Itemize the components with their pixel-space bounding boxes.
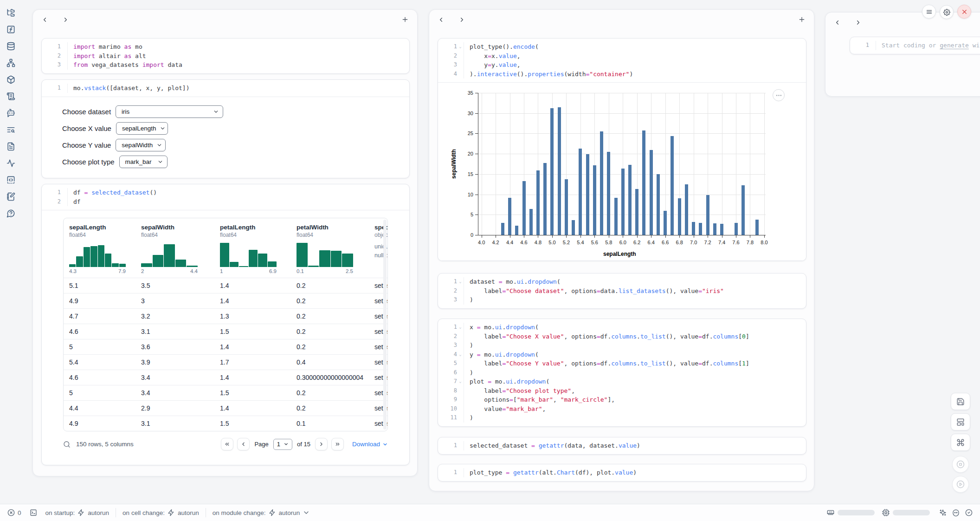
table-row[interactable]: 4.42.91.40.2setos xyxy=(64,400,387,416)
chevron-down-icon xyxy=(284,442,289,447)
column-header-sepalWidth[interactable]: sepalWidthfloat6424.4 xyxy=(135,218,214,278)
code-editor-xyplot[interactable]: 1⌄x = mo.ui.dropdown(2 label="Choose X v… xyxy=(438,319,806,426)
notebook-column-2: 1⌄plot_type().encode(2 x=x.value,3 y=y.v… xyxy=(429,9,814,491)
function-square-icon[interactable] xyxy=(6,25,15,34)
shutdown-button[interactable] xyxy=(957,5,971,19)
table-row[interactable]: 4.931.40.2setos xyxy=(64,293,387,308)
table-row[interactable]: 53.41.50.2setos xyxy=(64,385,387,400)
column-collapse-left-icon[interactable] xyxy=(41,16,48,23)
column-expand-right-icon[interactable] xyxy=(62,16,69,23)
table-row[interactable]: 4.63.41.40.30000000000000004setos xyxy=(64,370,387,385)
settings-button[interactable] xyxy=(940,5,954,19)
text-search-icon[interactable] xyxy=(6,125,15,134)
column-header-sepalLength[interactable]: sepalLengthfloat644.37.9 xyxy=(64,218,135,278)
x-tick-label: 8.0 xyxy=(756,240,772,245)
prev-page-button[interactable] xyxy=(237,438,250,450)
last-page-button[interactable] xyxy=(331,438,344,450)
y-tick-label: 0 xyxy=(455,232,473,238)
table-row[interactable]: 5.43.91.70.4setos xyxy=(64,354,387,370)
generate-with-ai-link[interactable]: generate xyxy=(940,42,969,49)
network-icon[interactable] xyxy=(6,59,15,67)
search-icon[interactable] xyxy=(63,441,71,448)
x-tick-label: 6.6 xyxy=(658,240,673,245)
column-collapse-left-icon[interactable] xyxy=(834,19,841,26)
table-row[interactable]: 4.73.21.30.2setos xyxy=(64,308,387,324)
runtime-config-1[interactable]: on startup:autorun xyxy=(45,509,110,516)
stop-kernel-button[interactable] xyxy=(952,456,969,473)
cell-new-empty: 1 Start coding or generate with AI xyxy=(850,37,980,54)
save-button[interactable] xyxy=(951,393,970,410)
table-row[interactable]: 5.13.51.40.2setos xyxy=(64,278,387,293)
code-editor-vstack[interactable]: 1mo.vstack([dataset, x, y, plot]) xyxy=(42,80,409,97)
notebook-pen-icon[interactable] xyxy=(6,192,15,201)
dropdown-label: Choose Y value xyxy=(62,141,111,149)
dropdown-row: Choose X valuesepalLength xyxy=(62,120,409,137)
memory-icon xyxy=(827,509,834,516)
next-page-button[interactable] xyxy=(315,438,328,450)
scroll-text-icon[interactable] xyxy=(6,92,15,101)
code-editor-imports[interactable]: 1import marimo as mo2import altair as al… xyxy=(42,39,409,73)
code-editor-plottype[interactable]: 1plot_type = getattr(alt.Chart(df), plot… xyxy=(438,464,806,481)
database-icon[interactable] xyxy=(6,42,15,51)
dropdown-select-choose-plot-type[interactable]: mark_bar xyxy=(119,156,168,168)
activity-icon[interactable] xyxy=(6,159,15,168)
add-cell-button[interactable] xyxy=(798,16,806,23)
download-button[interactable]: Download xyxy=(352,441,388,448)
dropdown-select-choose-y-value[interactable]: sepalWidth xyxy=(116,139,166,151)
column-expand-right-icon[interactable] xyxy=(458,16,465,23)
table-row[interactable]: 4.63.11.50.2setos xyxy=(64,324,387,339)
notebook-column-3: 1 Start coding or generate with AI xyxy=(825,12,980,97)
table-row[interactable]: 4.93.11.50.1setos xyxy=(64,416,387,431)
run-all-button[interactable] xyxy=(952,476,969,493)
page-select[interactable]: 1 xyxy=(273,439,292,450)
copilot-button[interactable] xyxy=(952,509,960,516)
code-square-icon[interactable] xyxy=(6,176,15,184)
x-tick-label: 5.2 xyxy=(558,240,574,245)
package-icon[interactable] xyxy=(6,75,15,84)
y-axis-title: sepalWidth xyxy=(451,149,457,179)
notebook-menu-button[interactable] xyxy=(922,5,936,19)
code-editor-empty[interactable]: 1 Start coding or generate with AI xyxy=(850,37,980,54)
connection-status-button[interactable] xyxy=(965,509,973,516)
column-collapse-left-icon[interactable] xyxy=(438,16,445,23)
help-circle-icon[interactable] xyxy=(6,209,15,218)
first-page-button[interactable] xyxy=(221,438,233,450)
dropdown-select-choose-dataset[interactable]: iris xyxy=(116,105,223,118)
column-header-petalWidth[interactable]: petalWidthfloat640.12.5 xyxy=(291,218,369,278)
code-editor-chart[interactable]: 1⌄plot_type().encode(2 x=x.value,3 y=y.v… xyxy=(438,39,806,82)
column-header-speci[interactable]: speciobjecuniqunulls: xyxy=(369,218,387,278)
error-count-indicator[interactable]: 0 xyxy=(7,509,21,516)
bot-message-icon[interactable] xyxy=(6,109,15,117)
column-1-header xyxy=(33,10,417,29)
sidebar xyxy=(0,0,22,504)
table-row[interactable]: 53.61.40.2setos xyxy=(64,339,387,354)
ai-assist-button[interactable] xyxy=(939,509,947,516)
chart-actions-button[interactable] xyxy=(773,89,785,101)
code-editor-df[interactable]: 1df = selected_dataset()2df xyxy=(42,184,409,210)
add-cell-button[interactable] xyxy=(401,16,409,23)
dropdown-select-choose-x-value[interactable]: sepalLength xyxy=(116,122,168,135)
editor-placeholder: Start coding or generate with AI xyxy=(876,41,980,50)
column-expand-right-icon[interactable] xyxy=(855,19,862,26)
table-summary: 150 rows, 5 columns xyxy=(76,441,134,448)
file-tree-icon[interactable] xyxy=(6,8,15,17)
column-histogram xyxy=(297,243,353,267)
cell-dataset-dropdown: 1⌄dataset = mo.ui.dropdown(2 label="Choo… xyxy=(438,273,806,309)
terminal-button[interactable] xyxy=(30,509,37,516)
file-text-icon[interactable] xyxy=(6,142,15,151)
runtime-config-3[interactable]: on module change:autorun xyxy=(213,509,310,516)
column-header-petalLength[interactable]: petalLengthfloat6416.9 xyxy=(214,218,291,278)
cell-dataframe: 1df = selected_dataset()2df sepalLengthf… xyxy=(41,184,410,465)
code-editor-selected[interactable]: 1selected_dataset = getattr(data, datase… xyxy=(438,437,806,454)
command-palette-button[interactable] xyxy=(951,434,970,451)
chart[interactable]: 051015202530354.04.24.44.64.85.05.25.45.… xyxy=(438,82,806,260)
code-editor-dataset[interactable]: 1⌄dataset = mo.ui.dropdown(2 label="Choo… xyxy=(438,274,806,308)
robot-icon xyxy=(952,509,960,516)
runtime-config-2[interactable]: on cell change:autorun xyxy=(122,509,199,516)
zap-icon xyxy=(77,509,85,516)
layout-toggle-button[interactable] xyxy=(951,413,970,430)
x-tick-label: 4.4 xyxy=(502,240,518,245)
column-histogram xyxy=(69,243,126,267)
table-footer: 150 rows, 5 columns Page 1 of 15 Downloa… xyxy=(63,438,388,452)
sparkles-icon xyxy=(939,509,947,516)
